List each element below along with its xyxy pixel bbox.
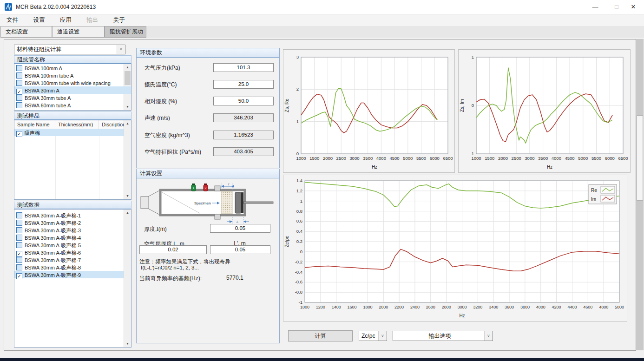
- svg-text:2400: 2400: [410, 305, 420, 309]
- scrollbar-thumb[interactable]: [637, 115, 643, 201]
- mic2-label: 2: [205, 186, 207, 190]
- checkbox[interactable]: [16, 257, 22, 263]
- list-item-label: BSWA 30mm tube A: [25, 95, 71, 101]
- list-item[interactable]: ✓BSWA 30mm A-吸声棉-9: [14, 271, 124, 278]
- list-item[interactable]: BSWA 100mm A: [14, 64, 131, 72]
- checkbox[interactable]: [16, 242, 22, 248]
- mic1-label: 1: [193, 186, 195, 190]
- menu-bar: 文件 设置 应用 输出 关于: [0, 14, 644, 26]
- unit-select[interactable]: Zc/ρc ˅: [359, 331, 387, 341]
- tube-section-header: 阻抗管名称: [14, 55, 131, 64]
- checkbox[interactable]: [16, 235, 22, 241]
- list-item-label: BSWA 30mm A-吸声棉-8: [25, 265, 81, 270]
- env-field-label: 相对湿度 (%): [145, 98, 177, 105]
- env-field-value[interactable]: 25.0: [213, 80, 274, 89]
- env-field-value[interactable]: 101.3: [213, 63, 274, 72]
- svg-text:2500: 2500: [336, 156, 346, 161]
- list-item[interactable]: BSWA 30mm A-吸声棉-1: [14, 211, 124, 219]
- environment-params-group: 环境参数 大气压力(kPa)101.3摄氏温度(°C)25.0相对湿度 (%)5…: [136, 48, 280, 168]
- svg-text:2000: 2000: [323, 156, 333, 161]
- svg-text:3400: 3400: [489, 305, 498, 309]
- scroll-up-icon[interactable]: ▲: [124, 210, 131, 216]
- sample-name: 吸声棉: [25, 130, 40, 136]
- checkbox[interactable]: [16, 220, 22, 226]
- svg-text:1.2: 1.2: [296, 188, 302, 193]
- env-field-label: 声速 (m/s): [145, 114, 170, 122]
- checkbox[interactable]: ✓: [16, 273, 22, 279]
- calc-type-select[interactable]: 材料特征阻抗计算 ˅: [14, 45, 125, 54]
- list-item[interactable]: ✓BSWA 30mm A: [14, 86, 131, 94]
- checkbox[interactable]: ✓: [16, 131, 22, 137]
- checkbox[interactable]: [16, 264, 22, 270]
- air-layer-input[interactable]: 0.02: [139, 245, 207, 254]
- list-item[interactable]: BSWA 30mm tube A: [14, 94, 131, 101]
- svg-text:5000: 5000: [615, 305, 624, 309]
- svg-text:5000: 5000: [578, 156, 588, 161]
- calculate-button[interactable]: 计算: [288, 330, 353, 341]
- menu-settings[interactable]: 设置: [26, 14, 51, 26]
- svg-text:4200: 4200: [552, 305, 561, 309]
- menu-apply[interactable]: 应用: [53, 14, 78, 26]
- data-list: BSWA 30mm A-吸声棉-1BSWA 30mm A-吸声棉-2BSWA 3…: [14, 209, 131, 348]
- env-field-value: 346.203: [213, 113, 274, 122]
- svg-text:Zs, Im: Zs, Im: [460, 99, 465, 112]
- list-item[interactable]: BSWA 30mm A-吸声棉-8: [14, 263, 124, 271]
- sample-column-header[interactable]: Discription: [99, 120, 124, 129]
- list-item-label: BSWA 30mm A-吸声棉-7: [25, 257, 81, 263]
- close-button[interactable]: ✕: [623, 0, 644, 14]
- tab-document-settings[interactable]: 文档设置: [0, 26, 52, 38]
- output-options-select[interactable]: 输出选项 ˅: [393, 331, 493, 341]
- thickness-input[interactable]: 0.05: [210, 224, 270, 233]
- tab-channel-settings[interactable]: 通道设置: [52, 26, 105, 38]
- scroll-down-icon[interactable]: ▼: [124, 341, 131, 347]
- tab-impedance-tube-extension[interactable]: 阻抗管扩展功能: [105, 26, 146, 38]
- list-item-label: BSWA 30mm A-吸声棉-4: [25, 235, 81, 241]
- list-item[interactable]: BSWA 30mm A-吸声棉-2: [14, 219, 124, 226]
- list-item[interactable]: BSWA 100mm tube with wide spacing: [14, 79, 131, 86]
- checkbox[interactable]: [16, 95, 22, 101]
- svg-text:-0.2: -0.2: [295, 259, 302, 264]
- app-window: MCR Beta 2.02.0.004 20220613 — □ ✕ 文件 设置…: [0, 0, 644, 361]
- list-item[interactable]: BSWA 100mm tube A: [14, 72, 131, 79]
- checkbox[interactable]: [16, 65, 22, 71]
- list-item[interactable]: BSWA 30mm A-吸声棉-3: [14, 226, 124, 234]
- window-scrollbar[interactable]: [636, 39, 644, 350]
- menu-about[interactable]: 关于: [107, 14, 131, 26]
- data-list-scrollbar[interactable]: ▲ ▼: [124, 210, 131, 347]
- checkbox[interactable]: [16, 80, 22, 86]
- sample-table-scrollbar[interactable]: ▲ ▼: [124, 120, 131, 199]
- svg-text:4500: 4500: [565, 156, 575, 161]
- svg-text:Re: Re: [591, 188, 597, 193]
- svg-text:Zc/ρc: Zc/ρc: [284, 236, 289, 248]
- svg-text:4400: 4400: [567, 305, 577, 309]
- checkbox[interactable]: [16, 102, 22, 108]
- calc-type-value: 材料特征阻抗计算: [17, 45, 117, 53]
- l-prime-input[interactable]: 0.05: [210, 245, 270, 254]
- checkbox[interactable]: [16, 72, 22, 79]
- env-field-value[interactable]: 50.0: [213, 97, 274, 105]
- list-item[interactable]: BSWA 30mm A-吸声棉-5: [14, 241, 124, 249]
- minimize-button[interactable]: —: [585, 0, 606, 14]
- list-item[interactable]: BSWA 60mm tube A: [14, 101, 131, 109]
- svg-text:2000: 2000: [379, 305, 388, 309]
- env-field-label: 大气压力(kPa): [145, 64, 180, 72]
- note-line1: 注意：频率如果满足下式，将出现奇异: [139, 258, 230, 265]
- list-item-label: BSWA 30mm A-吸声棉-9: [25, 272, 81, 278]
- list-item[interactable]: BSWA 30mm A-吸声棉-7: [14, 256, 124, 263]
- checkbox[interactable]: [16, 212, 22, 218]
- sample-column-header[interactable]: Thickness(mm): [55, 120, 99, 129]
- list-item[interactable]: BSWA 30mm A-吸声棉-4: [14, 234, 124, 241]
- scroll-up-icon[interactable]: ▲: [124, 120, 131, 127]
- chart-zs-im: 1000150020002500300035004000450050005500…: [458, 49, 631, 173]
- note-line2: f(L-L')=nC0/2 n=1, 2, 3...: [141, 265, 199, 270]
- menu-file[interactable]: 文件: [0, 14, 25, 26]
- svg-text:1: 1: [300, 198, 302, 203]
- svg-text:0.2: 0.2: [296, 239, 302, 244]
- sample-row[interactable]: ✓吸声棉: [14, 129, 124, 136]
- scroll-down-icon[interactable]: ▼: [124, 193, 131, 199]
- list-item-label: BSWA 60mm tube A: [25, 103, 71, 108]
- sample-column-header[interactable]: Sample Name: [14, 120, 55, 129]
- list-item[interactable]: ✓BSWA 30mm A-吸声棉-6: [14, 249, 124, 256]
- checkbox[interactable]: [16, 227, 22, 233]
- svg-text:4800: 4800: [599, 305, 608, 309]
